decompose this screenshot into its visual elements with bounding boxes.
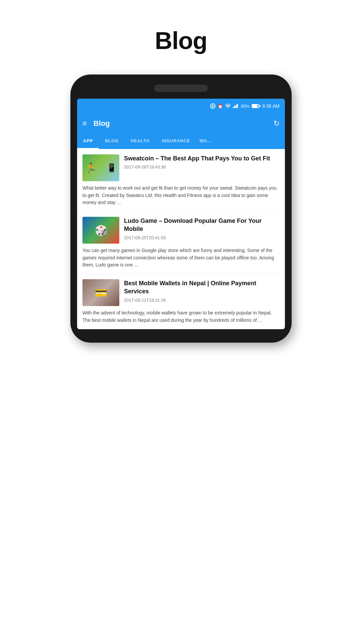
- post-date-2: 2017-09-25T20:41:59: [124, 235, 280, 240]
- thumbnail-image-wallet: 💳: [82, 279, 119, 306]
- post-item[interactable]: 💳 Best Mobile Wallets in Nepal | Online …: [77, 274, 285, 329]
- tab-app[interactable]: APP: [77, 134, 99, 149]
- phone-speaker: [154, 85, 208, 92]
- svg-rect-0: [233, 107, 234, 108]
- svg-rect-1: [234, 106, 235, 108]
- tab-bar: APP BLOG HEALTH INSURANCE MO...: [77, 134, 285, 149]
- post-header: Sweatcoin – The Best App That Pays You t…: [82, 154, 280, 181]
- blog-content: Sweatcoin – The Best App That Pays You t…: [77, 149, 285, 329]
- tab-insurance[interactable]: INSURANCE: [156, 134, 196, 149]
- post-thumbnail-2: 🎲: [82, 217, 119, 244]
- post-header: 💳 Best Mobile Wallets in Nepal | Online …: [82, 279, 280, 306]
- status-bar: ⏰ 85%: [77, 99, 285, 113]
- alarm-icon: ⏰: [218, 104, 223, 109]
- post-date-3: 2017-09-21T18:31:26: [124, 298, 280, 303]
- svg-rect-2: [236, 105, 237, 108]
- post-item[interactable]: 🎲 Ludo Game – Download Popular Game For …: [77, 211, 285, 274]
- post-date-1: 2017-09-26T19:43:36: [124, 164, 280, 169]
- wifi-icon: [225, 103, 231, 109]
- post-thumbnail-3: 💳: [82, 279, 119, 306]
- post-thumbnail-1: [82, 154, 119, 181]
- time-display: 8:36 AM: [262, 103, 280, 109]
- phone-screen: ⏰ 85%: [77, 99, 285, 329]
- post-item[interactable]: Sweatcoin – The Best App That Pays You t…: [77, 149, 285, 211]
- post-title-3: Best Mobile Wallets in Nepal | Online Pa…: [124, 279, 280, 296]
- post-excerpt-1: What better way to work out and get fit …: [82, 185, 280, 211]
- refresh-icon[interactable]: ↻: [274, 119, 280, 128]
- post-title-1: Sweatcoin – The Best App That Pays You t…: [124, 154, 280, 162]
- app-bar: ≡ Blog ↻: [77, 113, 285, 134]
- menu-icon[interactable]: ≡: [82, 119, 87, 128]
- tab-health[interactable]: HEALTH: [125, 134, 156, 149]
- app-bar-title: Blog: [94, 119, 274, 128]
- post-excerpt-3: With the advent of technology, mobile wa…: [82, 309, 280, 329]
- svg-rect-3: [237, 104, 238, 108]
- phone-mockup: ⏰ 85%: [70, 75, 292, 343]
- post-title-2: Ludo Game – Download Popular Game For Yo…: [124, 217, 280, 233]
- circle-plus-icon: [210, 103, 216, 109]
- post-excerpt-2: You can get many games in Google play st…: [82, 247, 280, 274]
- battery-percent: 85%: [241, 104, 250, 109]
- post-header: 🎲 Ludo Game – Download Popular Game For …: [82, 217, 280, 244]
- battery-icon: [252, 104, 260, 108]
- signal-icon: [233, 103, 239, 109]
- tab-more[interactable]: MO...: [196, 134, 215, 149]
- post-title-block: Ludo Game – Download Popular Game For Yo…: [124, 217, 280, 240]
- thumbnail-image-ludo: 🎲: [82, 217, 119, 244]
- thumbnail-image-sweatcoin: [82, 154, 119, 181]
- status-icons: ⏰ 85%: [210, 103, 280, 109]
- post-title-block: Sweatcoin – The Best App That Pays You t…: [124, 154, 280, 169]
- tab-blog[interactable]: BLOG: [99, 134, 125, 149]
- post-title-block: Best Mobile Wallets in Nepal | Online Pa…: [124, 279, 280, 303]
- page-title: Blog: [155, 27, 207, 54]
